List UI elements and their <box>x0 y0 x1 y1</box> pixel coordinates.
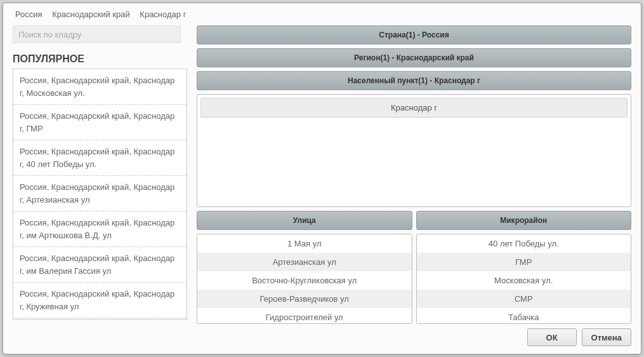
ok-button[interactable]: ОК <box>527 328 577 346</box>
place-item[interactable]: Краснодар г <box>200 98 628 118</box>
microdistrict-item[interactable]: ГМР <box>417 253 631 271</box>
street-district-row: Улица 1 Мая ул Артезианская ул Восточно-… <box>197 211 631 324</box>
breadcrumb: Россия Краснодарский край Краснодар г <box>13 10 631 19</box>
search-input[interactable] <box>13 25 181 43</box>
place-header[interactable]: Населенный пункт(1) - Краснодар г <box>197 71 631 90</box>
microdistrict-item[interactable]: Московская ул. <box>417 271 631 290</box>
street-item[interactable]: Артезианская ул <box>197 253 412 271</box>
street-column: Улица 1 Мая ул Артезианская ул Восточно-… <box>197 211 412 324</box>
dialog-buttons: ОК Отмена <box>527 328 631 346</box>
popular-list[interactable]: Россия, Краснодарский край, Краснодар г,… <box>13 69 187 320</box>
street-list[interactable]: 1 Мая ул Артезианская ул Восточно-Кругли… <box>197 234 412 324</box>
microdistrict-item[interactable]: СМР <box>417 290 631 308</box>
street-item[interactable]: Восточно-Кругликовская ул <box>197 271 412 290</box>
microdistrict-list[interactable]: 40 лет Победы ул. ГМР Московская ул. СМР… <box>416 234 632 324</box>
popular-item[interactable]: Россия, Краснодарский край, Краснодар г,… <box>13 212 187 247</box>
place-list: Краснодар г <box>197 94 631 207</box>
popular-header: ПОПУЛЯРНОЕ <box>13 53 187 65</box>
left-column: ПОПУЛЯРНОЕ Россия, Краснодарский край, К… <box>13 25 187 324</box>
microdistrict-header: Микрорайон <box>416 211 632 230</box>
popular-item[interactable]: Россия, Краснодарский край, Краснодар г,… <box>13 318 187 320</box>
cancel-button[interactable]: Отмена <box>582 328 631 346</box>
breadcrumb-item[interactable]: Краснодарский край <box>52 10 129 19</box>
popular-item[interactable]: Россия, Краснодарский край, Краснодар г,… <box>13 140 187 176</box>
popular-item[interactable]: Россия, Краснодарский край, Краснодар г,… <box>13 69 187 105</box>
breadcrumb-item[interactable]: Россия <box>15 10 43 19</box>
content-area: ПОПУЛЯРНОЕ Россия, Краснодарский край, К… <box>13 25 631 324</box>
popular-item[interactable]: Россия, Краснодарский край, Краснодар г,… <box>13 247 187 283</box>
street-item[interactable]: Героев-Разведчиков ул <box>197 290 412 308</box>
right-column: Страна(1) - Россия Регион(1) - Краснодар… <box>197 25 631 324</box>
popular-item[interactable]: Россия, Краснодарский край, Краснодар г,… <box>13 105 187 140</box>
microdistrict-item[interactable]: 40 лет Победы ул. <box>417 234 631 253</box>
microdistrict-item[interactable]: Табачка <box>417 308 631 324</box>
street-header: Улица <box>197 211 412 230</box>
microdistrict-column: Микрорайон 40 лет Победы ул. ГМР Московс… <box>416 211 632 324</box>
street-item[interactable]: Гидростроителей ул <box>197 308 412 324</box>
street-item[interactable]: 1 Мая ул <box>197 234 412 253</box>
kladr-dialog: Россия Краснодарский край Краснодар г ПО… <box>3 3 641 354</box>
popular-item[interactable]: Россия, Краснодарский край, Краснодар г,… <box>13 176 187 212</box>
region-header[interactable]: Регион(1) - Краснодарский край <box>197 48 631 67</box>
breadcrumb-item[interactable]: Краснодар г <box>140 10 186 19</box>
country-header[interactable]: Страна(1) - Россия <box>197 25 631 44</box>
popular-item[interactable]: Россия, Краснодарский край, Краснодар г,… <box>13 283 187 318</box>
